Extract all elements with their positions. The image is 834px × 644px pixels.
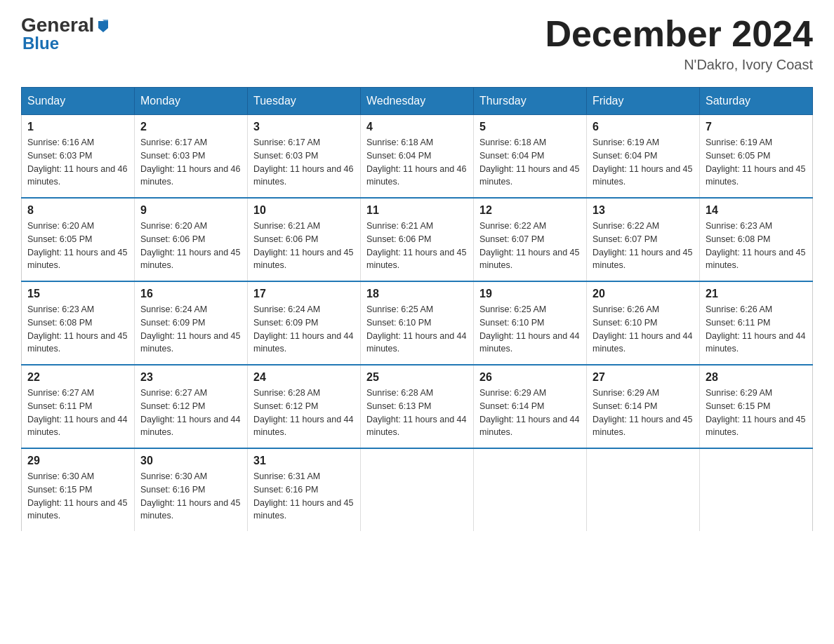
day-info: Sunrise: 6:29 AM Sunset: 6:14 PM Dayligh…: [593, 387, 694, 439]
location: N'Dakro, Ivory Coast: [545, 57, 813, 73]
calendar-cell: 6 Sunrise: 6:19 AM Sunset: 6:04 PM Dayli…: [587, 115, 700, 199]
column-header-tuesday: Tuesday: [248, 88, 361, 115]
day-number: 14: [706, 204, 807, 217]
calendar-week-row: 1 Sunrise: 6:16 AM Sunset: 6:03 PM Dayli…: [22, 115, 813, 199]
column-header-friday: Friday: [587, 88, 700, 115]
calendar-cell: 2 Sunrise: 6:17 AM Sunset: 6:03 PM Dayli…: [135, 115, 248, 199]
calendar-table: SundayMondayTuesdayWednesdayThursdayFrid…: [21, 87, 813, 531]
day-number: 2: [140, 121, 241, 133]
day-info: Sunrise: 6:20 AM Sunset: 6:06 PM Dayligh…: [140, 220, 241, 272]
calendar-cell: 3 Sunrise: 6:17 AM Sunset: 6:03 PM Dayli…: [248, 115, 361, 199]
day-info: Sunrise: 6:31 AM Sunset: 6:16 PM Dayligh…: [253, 470, 355, 523]
day-info: Sunrise: 6:24 AM Sunset: 6:09 PM Dayligh…: [140, 303, 241, 356]
day-number: 18: [366, 288, 468, 300]
day-number: 6: [593, 121, 694, 133]
day-info: Sunrise: 6:22 AM Sunset: 6:07 PM Dayligh…: [593, 220, 694, 272]
calendar-cell: 24 Sunrise: 6:28 AM Sunset: 6:12 PM Dayl…: [248, 365, 361, 448]
calendar-cell: [700, 448, 813, 531]
calendar-cell: 12 Sunrise: 6:22 AM Sunset: 6:07 PM Dayl…: [474, 198, 587, 281]
calendar-week-row: 29 Sunrise: 6:30 AM Sunset: 6:15 PM Dayl…: [22, 448, 813, 531]
day-number: 23: [140, 371, 241, 384]
logo-arrow-icon: [95, 18, 111, 34]
day-number: 11: [366, 204, 468, 217]
calendar-cell: [361, 448, 474, 531]
calendar-cell: [587, 448, 700, 531]
day-number: 31: [253, 455, 355, 467]
day-info: Sunrise: 6:27 AM Sunset: 6:12 PM Dayligh…: [140, 387, 241, 439]
calendar-cell: [474, 448, 587, 531]
day-info: Sunrise: 6:19 AM Sunset: 6:04 PM Dayligh…: [593, 136, 694, 189]
calendar-cell: 10 Sunrise: 6:21 AM Sunset: 6:06 PM Dayl…: [248, 198, 361, 281]
calendar-cell: 4 Sunrise: 6:18 AM Sunset: 6:04 PM Dayli…: [361, 115, 474, 199]
day-info: Sunrise: 6:20 AM Sunset: 6:05 PM Dayligh…: [27, 220, 128, 272]
day-info: Sunrise: 6:28 AM Sunset: 6:13 PM Dayligh…: [366, 387, 468, 439]
calendar-cell: 28 Sunrise: 6:29 AM Sunset: 6:15 PM Dayl…: [700, 365, 813, 448]
calendar-cell: 21 Sunrise: 6:26 AM Sunset: 6:11 PM Dayl…: [700, 281, 813, 365]
day-info: Sunrise: 6:26 AM Sunset: 6:11 PM Dayligh…: [706, 303, 807, 356]
calendar-cell: 22 Sunrise: 6:27 AM Sunset: 6:11 PM Dayl…: [22, 365, 135, 448]
calendar-cell: 26 Sunrise: 6:29 AM Sunset: 6:14 PM Dayl…: [474, 365, 587, 448]
day-number: 20: [593, 288, 694, 300]
column-header-sunday: Sunday: [22, 88, 135, 115]
calendar-cell: 7 Sunrise: 6:19 AM Sunset: 6:05 PM Dayli…: [700, 115, 813, 199]
day-number: 27: [593, 371, 694, 384]
day-info: Sunrise: 6:18 AM Sunset: 6:04 PM Dayligh…: [479, 136, 581, 189]
day-info: Sunrise: 6:16 AM Sunset: 6:03 PM Dayligh…: [27, 136, 128, 189]
day-info: Sunrise: 6:26 AM Sunset: 6:10 PM Dayligh…: [593, 303, 694, 356]
title-section: December 2024 N'Dakro, Ivory Coast: [545, 14, 813, 73]
calendar-cell: 23 Sunrise: 6:27 AM Sunset: 6:12 PM Dayl…: [135, 365, 248, 448]
calendar-header-row: SundayMondayTuesdayWednesdayThursdayFrid…: [22, 88, 813, 115]
day-number: 1: [27, 121, 128, 133]
calendar-cell: 31 Sunrise: 6:31 AM Sunset: 6:16 PM Dayl…: [248, 448, 361, 531]
day-number: 26: [479, 371, 581, 384]
day-info: Sunrise: 6:18 AM Sunset: 6:04 PM Dayligh…: [366, 136, 468, 189]
day-info: Sunrise: 6:29 AM Sunset: 6:14 PM Dayligh…: [479, 387, 581, 439]
calendar-cell: 9 Sunrise: 6:20 AM Sunset: 6:06 PM Dayli…: [135, 198, 248, 281]
month-title: December 2024: [545, 14, 813, 54]
day-info: Sunrise: 6:19 AM Sunset: 6:05 PM Dayligh…: [706, 136, 807, 189]
column-header-wednesday: Wednesday: [361, 88, 474, 115]
day-number: 12: [479, 204, 581, 217]
day-number: 7: [706, 121, 807, 133]
day-number: 15: [27, 288, 128, 300]
day-number: 10: [253, 204, 355, 217]
calendar-cell: 14 Sunrise: 6:23 AM Sunset: 6:08 PM Dayl…: [700, 198, 813, 281]
calendar-week-row: 15 Sunrise: 6:23 AM Sunset: 6:08 PM Dayl…: [22, 281, 813, 365]
calendar-cell: 20 Sunrise: 6:26 AM Sunset: 6:10 PM Dayl…: [587, 281, 700, 365]
column-header-thursday: Thursday: [474, 88, 587, 115]
day-number: 4: [366, 121, 468, 133]
logo-blue-text: Blue: [21, 34, 111, 53]
logo: General Blue: [21, 14, 111, 53]
day-info: Sunrise: 6:29 AM Sunset: 6:15 PM Dayligh…: [706, 387, 807, 439]
day-info: Sunrise: 6:17 AM Sunset: 6:03 PM Dayligh…: [253, 136, 355, 189]
calendar-cell: 16 Sunrise: 6:24 AM Sunset: 6:09 PM Dayl…: [135, 281, 248, 365]
calendar-cell: 29 Sunrise: 6:30 AM Sunset: 6:15 PM Dayl…: [22, 448, 135, 531]
calendar-cell: 5 Sunrise: 6:18 AM Sunset: 6:04 PM Dayli…: [474, 115, 587, 199]
day-number: 3: [253, 121, 355, 133]
column-header-monday: Monday: [135, 88, 248, 115]
page-header: General Blue December 2024 N'Dakro, Ivor…: [21, 14, 813, 73]
day-info: Sunrise: 6:21 AM Sunset: 6:06 PM Dayligh…: [366, 220, 468, 272]
day-number: 21: [706, 288, 807, 300]
day-number: 22: [27, 371, 128, 384]
day-info: Sunrise: 6:21 AM Sunset: 6:06 PM Dayligh…: [253, 220, 355, 272]
calendar-week-row: 22 Sunrise: 6:27 AM Sunset: 6:11 PM Dayl…: [22, 365, 813, 448]
calendar-cell: 25 Sunrise: 6:28 AM Sunset: 6:13 PM Dayl…: [361, 365, 474, 448]
day-info: Sunrise: 6:23 AM Sunset: 6:08 PM Dayligh…: [27, 303, 128, 356]
day-number: 29: [27, 455, 128, 467]
day-number: 28: [706, 371, 807, 384]
day-info: Sunrise: 6:27 AM Sunset: 6:11 PM Dayligh…: [27, 387, 128, 439]
day-number: 16: [140, 288, 241, 300]
day-number: 9: [140, 204, 241, 217]
day-number: 24: [253, 371, 355, 384]
column-header-saturday: Saturday: [700, 88, 813, 115]
calendar-cell: 27 Sunrise: 6:29 AM Sunset: 6:14 PM Dayl…: [587, 365, 700, 448]
day-info: Sunrise: 6:30 AM Sunset: 6:15 PM Dayligh…: [27, 470, 128, 523]
calendar-cell: 17 Sunrise: 6:24 AM Sunset: 6:09 PM Dayl…: [248, 281, 361, 365]
day-info: Sunrise: 6:28 AM Sunset: 6:12 PM Dayligh…: [253, 387, 355, 439]
day-info: Sunrise: 6:17 AM Sunset: 6:03 PM Dayligh…: [140, 136, 241, 189]
day-info: Sunrise: 6:25 AM Sunset: 6:10 PM Dayligh…: [366, 303, 468, 356]
day-number: 30: [140, 455, 241, 467]
calendar-cell: 11 Sunrise: 6:21 AM Sunset: 6:06 PM Dayl…: [361, 198, 474, 281]
calendar-cell: 15 Sunrise: 6:23 AM Sunset: 6:08 PM Dayl…: [22, 281, 135, 365]
